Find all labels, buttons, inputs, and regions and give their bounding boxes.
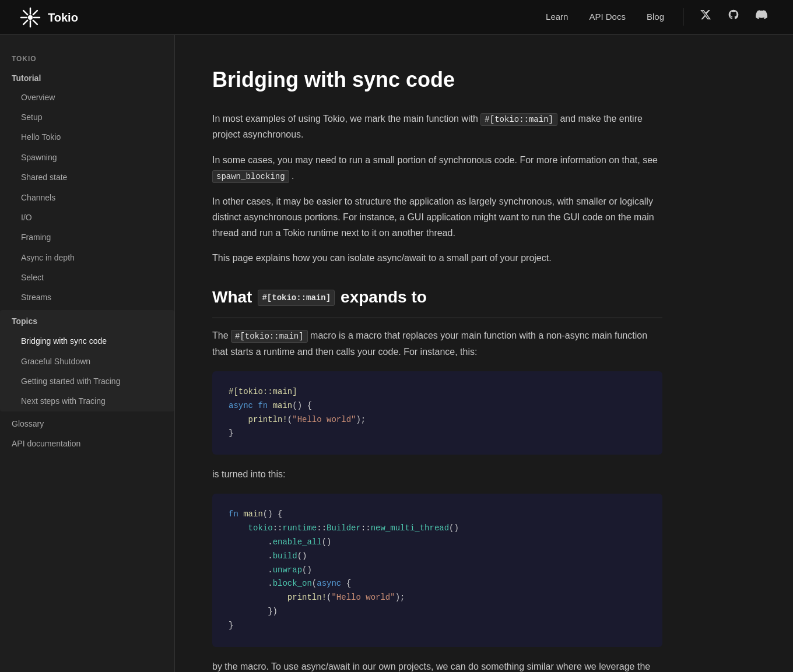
intro-para-1: In most examples of using Tokio, we mark… <box>212 111 662 143</box>
twitter-icon[interactable] <box>693 4 718 30</box>
section1-heading: What #[tokio::main] expands to <box>212 284 662 318</box>
nav-learn[interactable]: Learn <box>536 5 577 29</box>
tokio-main-code-1: #[tokio::main] <box>480 113 557 126</box>
github-icon[interactable] <box>721 4 746 30</box>
sidebar-topics-group: Topics Bridging with sync code Graceful … <box>0 310 174 411</box>
logo[interactable]: Tokio <box>19 6 78 29</box>
logo-text: Tokio <box>48 8 78 27</box>
sidebar-item-graceful-shutdown[interactable]: Graceful Shutdown <box>0 351 174 371</box>
sidebar-item-glossary[interactable]: Glossary <box>0 414 174 434</box>
section1-para: The #[tokio::main] macro is a macro that… <box>212 328 662 360</box>
page-title: Bridging with sync code <box>212 63 662 97</box>
sidebar-item-bridging[interactable]: Bridging with sync code <box>0 331 174 351</box>
sidebar-topics-label[interactable]: Topics <box>0 310 174 331</box>
sidebar-item-streams[interactable]: Streams <box>0 287 174 307</box>
sidebar-item-select[interactable]: Select <box>0 268 174 287</box>
sidebar-item-setup[interactable]: Setup <box>0 107 174 127</box>
main-nav: Learn API Docs Blog <box>536 4 774 30</box>
sidebar-item-channels[interactable]: Channels <box>0 188 174 207</box>
sidebar-item-next-steps-tracing[interactable]: Next steps with Tracing <box>0 391 174 411</box>
intro-para-3: In other cases, it may be easier to stru… <box>212 193 662 241</box>
sidebar-item-async-in-depth[interactable]: Async in depth <box>0 248 174 268</box>
between-text: is turned into this: <box>212 466 662 482</box>
nav-divider <box>683 8 683 26</box>
sidebar-item-spawning[interactable]: Spawning <box>0 147 174 167</box>
sidebar-item-framing[interactable]: Framing <box>0 227 174 247</box>
nav-api-docs[interactable]: API Docs <box>580 5 635 29</box>
intro-para-2: In some cases, you may need to run a sma… <box>212 152 662 184</box>
nav-blog[interactable]: Blog <box>637 5 673 29</box>
sidebar: TOKIO Tutorial Overview Setup Hello Toki… <box>0 35 175 672</box>
header: Tokio Learn API Docs Blog <box>0 0 793 35</box>
page-layout: TOKIO Tutorial Overview Setup Hello Toki… <box>0 35 793 672</box>
svg-line-7 <box>33 10 37 15</box>
section-heading-code: #[tokio::main] <box>258 290 335 306</box>
svg-line-5 <box>23 10 27 15</box>
outro-para: by the macro. To use async/await in our … <box>212 659 662 672</box>
tokio-logo-icon <box>19 6 42 29</box>
intro-para-4: This page explains how you can isolate a… <box>212 250 662 266</box>
svg-line-8 <box>23 20 27 24</box>
sidebar-item-api-docs[interactable]: API documentation <box>0 434 174 453</box>
main-content: Bridging with sync code In most examples… <box>175 35 700 672</box>
sidebar-item-hello-tokio[interactable]: Hello Tokio <box>0 127 174 147</box>
sidebar-section-label: TOKIO <box>0 49 174 67</box>
sidebar-item-shared-state[interactable]: Shared state <box>0 167 174 187</box>
code-block-1: #[tokio::main] async fn main() { println… <box>212 371 662 455</box>
code-block-2: fn main() { tokio::runtime::Builder::new… <box>212 494 662 646</box>
svg-point-0 <box>28 15 33 20</box>
sidebar-tutorial-label[interactable]: Tutorial <box>0 67 174 87</box>
sidebar-item-overview[interactable]: Overview <box>0 87 174 107</box>
tokio-main-code-2: #[tokio::main] <box>231 330 308 343</box>
sidebar-item-getting-started-tracing[interactable]: Getting started with Tracing <box>0 371 174 391</box>
svg-line-6 <box>33 20 37 24</box>
discord-icon[interactable] <box>749 4 774 30</box>
spawn-blocking-code: spawn_blocking <box>212 170 289 183</box>
sidebar-item-io[interactable]: I/O <box>0 207 174 227</box>
